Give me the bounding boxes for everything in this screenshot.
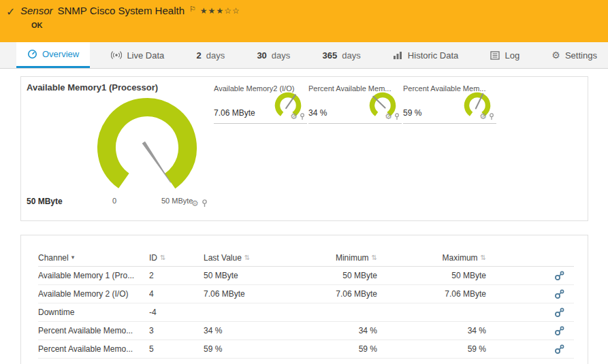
tab-historic-data[interactable]: Historic Data: [382, 42, 469, 68]
sensor-title-row: SensorSNMP Cisco System Health⚐★★★☆☆: [20, 5, 240, 17]
stars-filled: ★★★: [200, 6, 224, 16]
mini-gauge-value: 7.06 MByte: [214, 108, 255, 118]
mini-gauge-value: 59 %: [403, 108, 421, 118]
gear-icon[interactable]: ⚙: [191, 199, 199, 208]
tab-log[interactable]: Log: [479, 42, 530, 68]
pin-icon[interactable]: [394, 113, 400, 120]
sort-both-icon: ⇅: [160, 254, 165, 261]
gear-icon[interactable]: ⚙: [385, 112, 392, 120]
mini-gauge-value: 34 %: [308, 108, 327, 118]
tab-365-days[interactable]: 365 days: [312, 42, 372, 68]
column-header-minimum[interactable]: Minimum ⇅: [328, 253, 377, 263]
row-channel: Available Memory 2 (I/O): [38, 289, 149, 299]
row-maximum: 7.06 MByte: [377, 289, 486, 299]
column-header-maximum[interactable]: Maximum ⇅: [377, 253, 486, 263]
row-maximum: 59 %: [377, 344, 486, 354]
stars-empty: ☆☆: [224, 6, 240, 16]
sort-both-icon: ⇅: [481, 254, 486, 261]
row-actions: [486, 289, 574, 299]
sensor-header: ✓ SensorSNMP Cisco System Health⚐★★★☆☆ O…: [0, 0, 608, 42]
row-channel: Available Memory 1 (Pro...: [38, 271, 149, 280]
gauges-panel: Available Memory1 (Processor) 50 MByte 0…: [20, 76, 588, 221]
table-row[interactable]: Available Memory 2 (I/O) 4 7.06 MByte 7.…: [38, 285, 574, 303]
table-row[interactable]: Downtime -4: [38, 303, 574, 322]
priority-stars[interactable]: ★★★☆☆: [200, 6, 240, 16]
main-gauge-actions: ⚙: [191, 199, 208, 208]
pin-icon[interactable]: [489, 113, 494, 120]
row-id: 2: [149, 271, 204, 280]
row-channel: Downtime: [38, 308, 149, 317]
row-actions: [486, 326, 574, 336]
pin-icon[interactable]: [202, 199, 208, 208]
row-id: 3: [149, 326, 204, 335]
tab-live-data[interactable]: Live Data: [100, 42, 175, 68]
channel-settings-icon[interactable]: [554, 308, 564, 318]
log-icon: [490, 51, 500, 60]
sensor-kind-label: Sensor: [20, 5, 53, 16]
gear-icon[interactable]: ⚙: [479, 112, 487, 120]
row-channel: Percent Available Memo...: [38, 326, 149, 335]
row-maximum: 50 MByte: [377, 271, 486, 280]
tab-number: 2: [196, 50, 201, 61]
row-minimum: 59 %: [328, 344, 377, 354]
gear-icon[interactable]: ⚙: [290, 112, 298, 120]
row-id: 5: [149, 344, 204, 354]
settings-gear-icon: ⚙: [551, 50, 560, 60]
mini-gauge-actions: ⚙: [290, 112, 305, 120]
mini-gauge-cell-percent-available-1[interactable]: Percent Available Mem... 34 % ⚙: [308, 82, 402, 124]
channel-settings-icon[interactable]: [554, 289, 564, 299]
channel-settings-icon[interactable]: [554, 344, 564, 354]
sensor-title: SNMP Cisco System Health: [58, 5, 185, 16]
column-header-id[interactable]: ID ⇅: [149, 253, 204, 263]
gauge-scale-min: 0: [112, 197, 116, 205]
tab-settings[interactable]: ⚙ Settings: [541, 42, 608, 68]
mini-gauge-actions: ⚙: [479, 112, 494, 120]
gauge-needle: [142, 142, 171, 182]
row-last-value: 59 %: [204, 344, 328, 354]
row-last-value: 7.06 MByte: [204, 289, 328, 299]
column-label: Last Value: [204, 253, 242, 263]
gauge-scale-max: 50 MByte: [161, 197, 193, 205]
tab-label: Settings: [565, 50, 597, 61]
table-row[interactable]: Percent Available Memo... 5 59 % 59 % 59…: [38, 340, 574, 359]
mini-gauge-cell-percent-available-2[interactable]: Percent Available Mem... 59 % ⚙: [403, 82, 496, 124]
status-ok-check-icon: ✓: [6, 5, 15, 18]
sort-both-icon: ⇅: [244, 254, 250, 261]
tab-label: Historic Data: [408, 50, 458, 61]
tab-30-days[interactable]: 30 days: [246, 42, 301, 68]
row-channel: Percent Available Memo...: [38, 344, 149, 354]
column-header-last-value[interactable]: Last Value ⇅: [204, 253, 328, 263]
row-id: 4: [149, 289, 204, 299]
tab-label: days: [206, 50, 225, 61]
pin-icon[interactable]: [300, 113, 305, 120]
tab-overview[interactable]: Overview: [16, 42, 90, 68]
channel-settings-icon[interactable]: [554, 326, 564, 336]
table-row[interactable]: Percent Available Memo... 3 34 % 34 % 34…: [38, 322, 574, 340]
flag-icon[interactable]: ⚐: [189, 5, 196, 13]
column-label: Minimum: [336, 253, 369, 263]
column-header-channel[interactable]: Channel ▾: [38, 253, 149, 263]
row-id: -4: [149, 308, 204, 317]
tab-label: Log: [505, 50, 519, 61]
tab-label: Overview: [42, 49, 79, 59]
table-row[interactable]: Available Memory 1 (Pro... 2 50 MByte 50…: [38, 267, 574, 285]
channel-settings-icon[interactable]: [554, 271, 564, 281]
row-minimum: 7.06 MByte: [328, 289, 377, 299]
historic-data-icon: [393, 51, 403, 60]
row-actions: [486, 344, 574, 354]
row-actions: [486, 271, 574, 281]
row-minimum: 50 MByte: [328, 271, 377, 280]
row-last-value: 50 MByte: [204, 271, 328, 280]
overview-icon: [27, 49, 37, 59]
mini-gauge-cell-available-memory2[interactable]: Available Memory2 (I/O) 7.06 MByte ⚙: [214, 82, 307, 124]
row-actions: [486, 308, 574, 318]
tab-label: days: [342, 50, 360, 61]
column-label: ID: [149, 253, 157, 263]
main-gauge: [89, 90, 205, 201]
channel-table-header: Channel ▾ ID ⇅ Last Value ⇅ Minimum ⇅ Ma…: [38, 249, 574, 267]
tab-2-days[interactable]: 2 days: [185, 42, 236, 68]
tab-number: 365: [323, 50, 338, 61]
main-gauge-value: 50 MByte: [27, 197, 63, 206]
column-label: Channel: [38, 253, 69, 263]
mini-gauge-actions: ⚙: [385, 112, 400, 120]
